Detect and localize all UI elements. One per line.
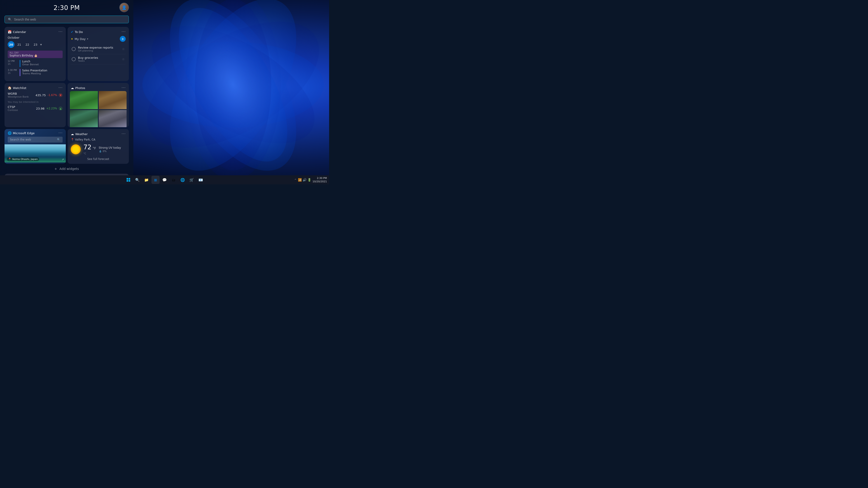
todo-checkbox-review[interactable]	[72, 47, 76, 51]
calendar-widget: 📅 Calendar ··· October 20 21 22 23 ▾ All…	[4, 27, 66, 81]
widgets-grid: 📅 Calendar ··· October 20 21 22 23 ▾ All…	[0, 27, 133, 164]
stock-ctsp-name: CTSP Contoso	[8, 105, 36, 111]
event-lunch-details: Lunch Omar Bennet	[22, 60, 39, 66]
edge-more-button[interactable]: ···	[59, 131, 63, 135]
stock-wgrb-price: 435.75	[35, 94, 46, 97]
stock-wgrb-company: Woodgrove Bank	[8, 95, 35, 98]
bloom-wallpaper	[126, 0, 329, 175]
todo-icon: ✔	[71, 30, 73, 34]
taskbar-search-button[interactable]: 🔍	[133, 176, 142, 184]
taskbar-outlook-button[interactable]: 📧	[197, 176, 205, 184]
battery-icon[interactable]: 🔋	[307, 178, 311, 182]
taskbar-windows-button[interactable]	[124, 176, 132, 184]
todo-star-groceries[interactable]: ☆	[122, 57, 125, 61]
weather-widget: ☁ Weather ··· 📍 Valley Park, CA 72 °F °C	[68, 129, 129, 164]
event-sales-time: 3:30 PM	[8, 69, 18, 71]
todo-item-groceries: Buy groceries Tasks ☆	[71, 54, 126, 64]
calendar-day-21[interactable]: 21	[16, 41, 23, 48]
event-bar-lunch: 12 PM 1h	[8, 60, 18, 65]
user-avatar[interactable]: 👤	[119, 3, 129, 12]
stock-ctsp-change: +2.23%	[46, 107, 57, 110]
stock-wgrb: WGRB Woodgrove Bank 435.75 -1.67% ▼	[8, 92, 63, 98]
todo-more-button[interactable]: ···	[122, 30, 126, 34]
taskbar-tray-chevron[interactable]: ^	[294, 178, 296, 182]
watchlist-more-button[interactable]: ···	[59, 86, 63, 90]
stock-wgrb-change: -1.67%	[48, 94, 57, 97]
edge-search[interactable]: Search the web 🔍	[8, 137, 63, 142]
stock-ctsp: CTSP Contoso 23.98 +2.23% ▲	[8, 105, 63, 111]
watchlist-widget: 🏠 Watchlist ··· WGRB Woodgrove Bank 435.…	[4, 83, 66, 127]
weather-sun-icon	[71, 144, 81, 154]
my-day-chevron[interactable]: ▾	[87, 37, 88, 40]
svg-point-7	[195, 0, 271, 170]
weather-temp-block: 72 °F °C	[84, 143, 96, 155]
stock-ctsp-indicator: ▲	[59, 106, 63, 110]
weather-unit-f: °F	[93, 147, 96, 150]
photos-title: ☁ Photos	[71, 86, 85, 90]
calendar-day-20[interactable]: 20	[8, 41, 14, 48]
avatar-image: 👤	[120, 3, 128, 12]
todo-add-button[interactable]: +	[120, 36, 126, 42]
edge-widget: 🌐 Microsoft Edge ··· Search the web 🔍 📍 …	[4, 129, 66, 164]
taskbar-widgets-icon: ▦	[154, 178, 157, 182]
todo-task-sub-review: Q4 planning	[78, 49, 120, 52]
taskbar-right: ^ 📶 🔊 🔋 2:30 PM 10/20/2021	[294, 175, 327, 184]
weather-precipitation: 💧 0%	[99, 150, 121, 153]
photo-furniture-image	[99, 91, 127, 109]
event-allday-label: All day	[9, 52, 61, 54]
edge-location: 📍 Ikema Ohashi, Japan	[7, 157, 39, 161]
todo-star-review[interactable]: ☆	[122, 47, 125, 51]
edge-search-icon: 🔍	[57, 138, 60, 141]
event-lunch-title: Lunch	[22, 60, 39, 63]
weather-more-button[interactable]: ···	[122, 132, 126, 136]
calendar-day-23[interactable]: 23	[32, 41, 39, 48]
taskbar-store-icon: 🛒	[189, 178, 194, 182]
todo-checkbox-groceries[interactable]	[72, 57, 76, 61]
photo-3[interactable]	[70, 110, 98, 127]
taskbar-time-display: 2:30 PM	[313, 176, 327, 180]
photo-4[interactable]	[99, 110, 127, 127]
search-input[interactable]	[14, 18, 125, 21]
photos-widget: ☁ Photos ···	[68, 83, 129, 127]
volume-icon[interactable]: 🔊	[303, 178, 307, 182]
taskbar-teams-button[interactable]: 💬	[160, 176, 168, 184]
taskbar-widgets-button[interactable]: ▦	[151, 176, 160, 184]
todo-task-title-review: Review expense reports	[78, 46, 120, 49]
photo-2[interactable]	[99, 91, 127, 109]
add-widgets-button[interactable]: + Add widgets	[0, 164, 133, 174]
edge-search-placeholder: Search the web	[10, 138, 55, 141]
weather-forecast-link[interactable]: See full forecast	[71, 158, 126, 161]
event-sales-subtitle: Teams Meeting	[22, 72, 47, 75]
taskbar-edge-button[interactable]: 🌐	[179, 176, 187, 184]
edge-expand-icon[interactable]: ↗	[62, 158, 64, 161]
taskbar-file-explorer2-button[interactable]: 🗂	[169, 176, 178, 184]
calendar-day-22[interactable]: 22	[24, 41, 31, 48]
stock-ctsp-price: 23.98	[36, 107, 44, 110]
calendar-nav-chevron[interactable]: ▾	[40, 43, 42, 46]
edge-header: 🌐 Microsoft Edge ···	[4, 129, 66, 137]
todo-task-title-groceries: Buy groceries	[78, 56, 120, 59]
weather-main: 72 °F °C Strong UV today 💧 0%	[71, 143, 126, 155]
photo-1[interactable]	[70, 91, 98, 109]
taskbar-teams-icon: 💬	[162, 178, 167, 182]
weather-location: 📍 Valley Park, CA	[71, 138, 126, 141]
network-icon[interactable]: 📶	[298, 178, 302, 182]
event-lunch: 12 PM 1h Lunch Omar Bennet	[8, 60, 63, 67]
calendar-month: October	[8, 36, 63, 39]
todo-widget-header: ✔ To Do ···	[71, 30, 126, 34]
event-lunch-duration: 1h	[8, 63, 18, 65]
taskbar-file-explorer-button[interactable]: 📁	[143, 176, 151, 184]
my-day-icon: ✦	[71, 37, 73, 41]
taskbar-search-icon: 🔍	[135, 178, 140, 182]
photo-tools2-image	[99, 110, 127, 127]
panel-header: 2:30 PM 👤	[0, 0, 133, 14]
watchlist-header: 🏠 Watchlist ···	[8, 86, 63, 90]
taskbar-clock[interactable]: 2:30 PM 10/20/2021	[313, 176, 327, 184]
search-bar[interactable]: 🔍	[4, 15, 129, 23]
calendar-more-button[interactable]: ···	[59, 30, 63, 34]
stock-wgrb-ticker: WGRB	[8, 92, 35, 95]
taskbar-store-button[interactable]: 🛒	[188, 176, 196, 184]
panel-time: 2:30 PM	[54, 4, 80, 11]
photos-more-button[interactable]: ···	[122, 86, 126, 90]
event-sales-details: Sales Presentation Teams Meeting	[22, 69, 47, 75]
